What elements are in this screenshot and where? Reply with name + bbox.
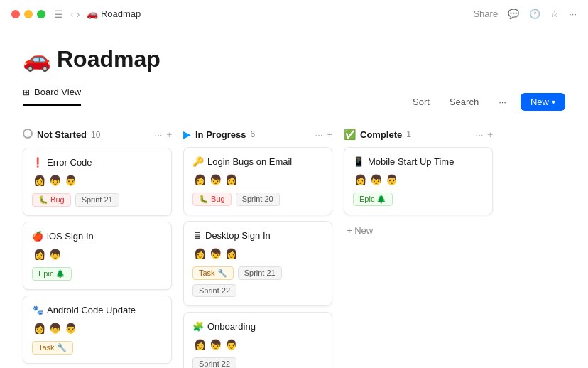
page-title: 🚗 Roadmap [23, 45, 565, 72]
status-icon-complete: ✅ [344, 129, 356, 140]
chevron-down-icon: ▾ [552, 98, 555, 106]
tag-epic: Epic 🌲 [353, 193, 393, 206]
forward-button[interactable]: › [77, 9, 80, 20]
tag-sprint: Sprint 20 [236, 193, 280, 206]
card-icon: ❗ [32, 157, 43, 168]
col-actions-complete: ··· + [476, 129, 493, 140]
card-avatars-in-progress-1: 👩👦👩 [192, 247, 323, 261]
card-avatars-in-progress-2: 👩👦👨 [192, 337, 323, 352]
card-title-not-started-1: 🍎 iOS Sign In [32, 231, 163, 242]
tag-sprint: Sprint 21 [75, 193, 119, 207]
card-tags-complete-0: Epic 🌲 [353, 193, 484, 206]
main-content: 🚗 Roadmap ⊞ Board View Sort Search ··· N… [0, 28, 588, 368]
maximize-button[interactable] [37, 10, 45, 18]
col-title-in-progress: In Progress [195, 129, 246, 140]
board-view-label: Board View [34, 87, 81, 97]
card-tags-in-progress-0: 🐛 BugSprint 20 [192, 193, 323, 206]
titlebar: ☰ ‹ › 🚗 Roadmap Share 💬 🕐 ☆ ··· [0, 0, 588, 28]
avatar: 👦 [48, 247, 62, 261]
card-in-progress-2[interactable]: 🧩 Onboarding 👩👦👨 Sprint 22 [183, 312, 332, 368]
new-button[interactable]: New ▾ [521, 93, 565, 111]
col-add-in-progress[interactable]: + [327, 129, 332, 140]
new-button-label: New [530, 97, 549, 107]
card-in-progress-0[interactable]: 🔑 Login Bugs on Email 👩👦👩 🐛 BugSprint 20 [183, 147, 332, 215]
card-title-in-progress-0: 🔑 Login Bugs on Email [192, 156, 323, 167]
avatar: 👦 [369, 173, 383, 187]
traffic-lights [11, 10, 45, 18]
avatar: 👩 [192, 173, 207, 187]
comment-icon[interactable]: 💬 [508, 9, 519, 19]
card-not-started-1[interactable]: 🍎 iOS Sign In 👩👦 Epic 🌲 [23, 222, 172, 290]
card-title-not-started-2: 🐾 Android Code Update [32, 305, 163, 315]
titlebar-title: 🚗 Roadmap [87, 9, 473, 19]
card-avatars-not-started-1: 👩👦 [32, 247, 163, 261]
avatar: 👨 [384, 173, 398, 187]
page-emoji: 🚗 [23, 45, 51, 72]
card-tags-not-started-0: 🐛 BugSprint 21 [32, 193, 163, 207]
avatar: 👩 [32, 247, 46, 261]
col-more-complete[interactable]: ··· [476, 129, 484, 140]
nav-arrows: ‹ › [70, 9, 80, 20]
close-button[interactable] [11, 10, 20, 18]
card-avatars-not-started-2: 👩👦👨 [32, 321, 163, 335]
board-view-button[interactable]: ⊞ Board View [23, 87, 81, 97]
avatar: 👦 [48, 321, 62, 335]
minimize-button[interactable] [24, 10, 33, 18]
titlebar-actions: Share 💬 🕐 ☆ ··· [473, 9, 577, 19]
avatar: 👨 [63, 173, 77, 188]
col-count-in-progress: 6 [251, 129, 256, 139]
col-more-in-progress[interactable]: ··· [315, 129, 323, 140]
board-icon: ⊞ [23, 87, 30, 97]
top-bar: ⊞ Board View Sort Search ··· New ▾ [23, 87, 565, 117]
more-icon[interactable]: ··· [569, 9, 577, 19]
column-header-complete: ✅ Complete 1 ··· + [344, 129, 493, 140]
avatar: 👩 [224, 247, 238, 261]
column-complete: ✅ Complete 1 ··· + 📱 Mobile Start Up Tim… [344, 129, 493, 240]
card-icon: 🍎 [32, 231, 43, 242]
avatar: 👦 [48, 173, 62, 188]
avatar: 👩 [192, 247, 207, 261]
star-icon[interactable]: ☆ [550, 9, 559, 19]
avatar: 👨 [63, 321, 77, 335]
status-icon-not-started [23, 129, 33, 141]
column-header-in-progress: ▶ In Progress 6 ··· + [183, 129, 332, 140]
tag-task: Task 🔧 [192, 266, 234, 280]
card-in-progress-1[interactable]: 🖥 Desktop Sign In 👩👦👩 Task 🔧Sprint 21Spr… [183, 221, 332, 306]
hamburger-icon[interactable]: ☰ [54, 9, 63, 20]
card-title-complete-0: 📱 Mobile Start Up Time [353, 156, 484, 167]
card-title-in-progress-1: 🖥 Desktop Sign In [192, 230, 323, 241]
column-not-started: Not Started 10 ··· + ❗ Error Code 👩👦👨 🐛 … [23, 129, 172, 368]
card-icon: 🔑 [192, 156, 204, 167]
more-options-button[interactable]: ··· [493, 94, 512, 110]
share-button[interactable]: Share [473, 9, 498, 19]
card-not-started-2[interactable]: 🐾 Android Code Update 👩👦👨 Task 🔧 [23, 296, 172, 364]
avatar: 👩 [32, 321, 46, 335]
avatar: 👦 [208, 247, 222, 261]
card-icon: 🧩 [192, 321, 204, 332]
status-icon-in-progress: ▶ [183, 129, 191, 140]
card-avatars-in-progress-0: 👩👦👩 [192, 173, 323, 187]
board: Not Started 10 ··· + ❗ Error Code 👩👦👨 🐛 … [23, 129, 565, 368]
top-right-actions: Sort Search ··· New ▾ [407, 93, 565, 111]
tag-sprint: Sprint 21 [238, 266, 282, 280]
card-tags-in-progress-2: Sprint 22 [192, 357, 323, 368]
col-add-complete[interactable]: + [487, 129, 493, 140]
back-button[interactable]: ‹ [70, 9, 74, 20]
col-count-complete: 1 [406, 129, 411, 139]
col-title-complete: Complete [360, 129, 402, 140]
add-new-complete[interactable]: + New [344, 221, 493, 240]
col-add-not-started[interactable]: + [166, 129, 172, 140]
avatar: 👩 [224, 173, 238, 187]
tag-epic: Epic 🌲 [32, 267, 72, 281]
card-not-started-0[interactable]: ❗ Error Code 👩👦👨 🐛 BugSprint 21 [23, 148, 172, 216]
col-actions-in-progress: ··· + [315, 129, 332, 140]
avatar: 👩 [353, 173, 367, 187]
card-avatars-complete-0: 👩👦👨 [353, 173, 484, 187]
col-more-not-started[interactable]: ··· [155, 129, 163, 140]
col-count-not-started: 10 [91, 130, 100, 140]
clock-icon[interactable]: 🕐 [529, 9, 540, 19]
card-complete-0[interactable]: 📱 Mobile Start Up Time 👩👦👨 Epic 🌲 [344, 147, 493, 215]
sort-button[interactable]: Sort [407, 94, 435, 110]
search-button[interactable]: Search [444, 94, 484, 110]
card-icon: 🐾 [32, 305, 43, 315]
